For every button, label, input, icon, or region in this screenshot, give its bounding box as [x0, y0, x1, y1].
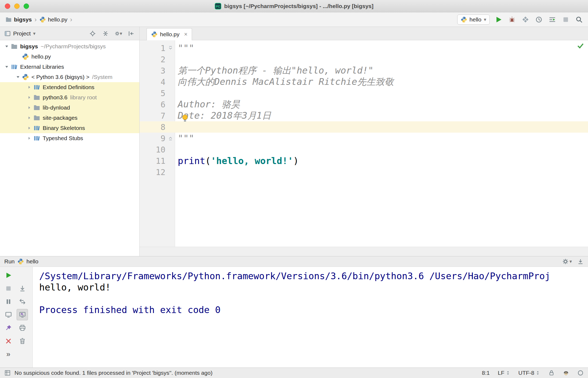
- editor-line-6[interactable]: 6Author: 骆昊: [140, 99, 588, 110]
- concurrency-diagram-button[interactable]: [548, 15, 557, 24]
- chevron-down-icon[interactable]: [14, 74, 22, 80]
- project-panel-title[interactable]: Project: [13, 30, 31, 37]
- print-console-button[interactable]: [17, 322, 28, 333]
- tree-item-hello.py[interactable]: hello.py: [0, 52, 139, 62]
- line-number: 9: [140, 134, 165, 143]
- show-console-on-output-button[interactable]: [17, 309, 28, 320]
- minimize-window-button[interactable]: [14, 3, 20, 9]
- line-number: 7: [140, 111, 165, 121]
- zoom-window-button[interactable]: [24, 3, 29, 9]
- editor-line-2[interactable]: 2: [140, 54, 588, 65]
- intention-bulb-icon[interactable]: [180, 114, 190, 123]
- editor-line-10[interactable]: 10: [140, 144, 588, 155]
- run-panel-title[interactable]: Run: [4, 258, 15, 265]
- more-options-button[interactable]: »: [3, 348, 14, 360]
- pause-output-button[interactable]: [3, 296, 14, 307]
- run-configuration-select[interactable]: hello ▾: [457, 14, 490, 25]
- svg-text:PC: PC: [216, 5, 220, 8]
- chevron-down-icon[interactable]: [3, 43, 11, 50]
- editor[interactable]: 1"""23第一个Python程序 - 输出"hello, world!"4向伟…: [140, 40, 588, 247]
- readonly-lock-icon[interactable]: [548, 370, 555, 376]
- editor-line-1[interactable]: 1""": [140, 42, 588, 54]
- line-number: 1: [140, 43, 165, 53]
- toolwindow-toggle-icon[interactable]: [4, 370, 11, 376]
- stop-button[interactable]: [3, 283, 14, 294]
- encoding-widget[interactable]: UTF-8: [518, 370, 540, 376]
- chevron-right-icon[interactable]: [25, 125, 33, 131]
- tree-item-lib-dynload[interactable]: lib-dynload: [0, 103, 139, 113]
- stop-button[interactable]: [561, 15, 570, 24]
- hide-panel-icon[interactable]: [577, 258, 584, 265]
- chevron-down-icon[interactable]: ▾: [33, 31, 35, 36]
- restore-layout-button[interactable]: [17, 296, 28, 307]
- status-bar: No suspicious code found. 1 files proces…: [0, 368, 588, 378]
- line-number: 10: [140, 145, 165, 154]
- run-panel-header-actions: ▾: [562, 258, 584, 265]
- line-separator-widget[interactable]: LF: [498, 370, 510, 376]
- fold-marker-icon[interactable]: [165, 136, 176, 141]
- fold-marker-icon[interactable]: [165, 45, 176, 51]
- editor-line-3[interactable]: 3第一个Python程序 - 输出"hello, world!": [140, 65, 588, 76]
- tree-item-site-packages[interactable]: site-packages: [0, 113, 139, 123]
- close-window-button[interactable]: [5, 3, 10, 9]
- console-output[interactable]: /System/Library/Frameworks/Python.framew…: [33, 267, 588, 368]
- breadcrumb-item-hello-py[interactable]: hello.py: [38, 16, 68, 23]
- editor-line-9[interactable]: 9""": [140, 133, 588, 144]
- tree-item-typeshed-stubs[interactable]: Typeshed Stubs: [0, 133, 139, 143]
- editor-line-11[interactable]: 11print('hello, world!'): [140, 155, 588, 166]
- line-number: 11: [140, 156, 165, 166]
- run-button[interactable]: [494, 15, 503, 24]
- event-log-icon[interactable]: [577, 370, 584, 376]
- run-settings-button[interactable]: ▾: [562, 258, 572, 265]
- hector-inspections-icon[interactable]: [563, 370, 569, 376]
- tree-item-python-3.6-bigsys[interactable]: < Python 3.6 (bigsys) >/System: [0, 72, 139, 82]
- folder-icon: [33, 94, 40, 101]
- scroll-to-end-button[interactable]: [17, 283, 28, 294]
- python-icon: [22, 53, 29, 60]
- tab-hello-py[interactable]: hello.py ×: [147, 28, 192, 40]
- titlebar[interactable]: PC bigsys [~/PycharmProjects/bigsys] - .…: [0, 0, 588, 12]
- scroll-from-source-icon[interactable]: [89, 30, 96, 37]
- tree-item-extended-definitions[interactable]: Extended Definitions: [0, 82, 139, 92]
- attach-button[interactable]: [3, 322, 14, 333]
- breadcrumb-item-bigsys[interactable]: bigsys: [4, 16, 33, 23]
- thread-dump-button[interactable]: [3, 309, 14, 320]
- run-process-name[interactable]: hello: [27, 258, 38, 265]
- editor-bottom-strip: [140, 247, 588, 256]
- editor-line-4[interactable]: 4向伟大的Dennis MacAlistair Ritchie先生致敬: [140, 76, 588, 88]
- chevron-right-icon[interactable]: [25, 84, 33, 90]
- chevron-right-icon[interactable]: [25, 135, 33, 141]
- editor-line-12[interactable]: 12: [140, 166, 588, 178]
- library-icon: [33, 125, 40, 132]
- editor-line-7[interactable]: 7Date: 2018年3月1日: [140, 110, 588, 121]
- chevron-right-icon[interactable]: [25, 104, 33, 111]
- inspections-ok-icon[interactable]: [577, 42, 584, 49]
- caret-position-widget[interactable]: 8:1: [482, 370, 490, 376]
- editor-line-5[interactable]: 5: [140, 88, 588, 99]
- collapse-all-icon[interactable]: [102, 30, 109, 37]
- folder-icon: [5, 16, 12, 23]
- run-with-coverage-button[interactable]: [521, 15, 530, 24]
- breadcrumb-separator-icon: ›: [33, 16, 38, 23]
- tree-item-external-libraries[interactable]: External Libraries: [0, 62, 139, 72]
- rerun-button[interactable]: [3, 270, 14, 281]
- tree-item-binary-skeletons[interactable]: Binary Skeletons: [0, 123, 139, 133]
- pycharm-app-icon: PC: [215, 3, 222, 10]
- settings-icon[interactable]: ▾: [115, 30, 122, 37]
- hide-panel-icon[interactable]: [128, 30, 135, 37]
- debug-button[interactable]: [507, 15, 517, 24]
- search-everywhere-button[interactable]: [575, 15, 584, 24]
- editor-line-8[interactable]: 8: [140, 121, 588, 133]
- updown-icon: [506, 370, 510, 375]
- profiler-button[interactable]: [534, 15, 543, 24]
- tree-item-python3.6[interactable]: python3.6library root: [0, 92, 139, 103]
- chevron-down-icon[interactable]: [3, 64, 11, 70]
- clear-all-button[interactable]: [17, 335, 28, 347]
- close-button[interactable]: [3, 335, 14, 347]
- close-tab-icon[interactable]: ×: [184, 31, 187, 37]
- python-icon: [151, 31, 158, 38]
- tree-item-bigsys[interactable]: bigsys~/PycharmProjects/bigsys: [0, 41, 139, 52]
- chevron-right-icon[interactable]: [25, 115, 33, 121]
- status-bar-widgets: 8:1 LF UTF-8: [482, 370, 584, 376]
- chevron-right-icon[interactable]: [25, 94, 33, 101]
